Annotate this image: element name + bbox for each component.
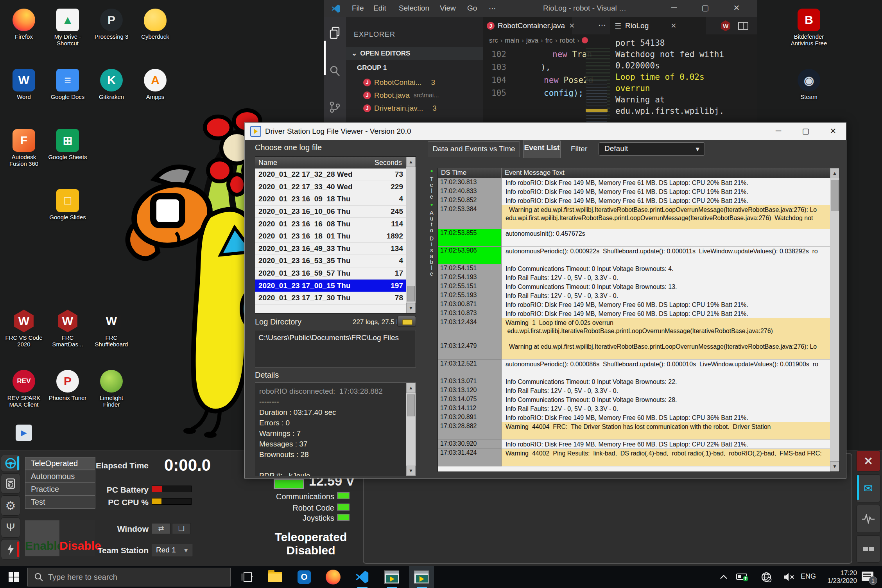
scroll-up-icon[interactable]: ▲ <box>406 383 416 393</box>
tab-close-icon[interactable]: ✕ <box>670 22 676 30</box>
vscode-maximize-button[interactable]: ▢ <box>699 3 711 13</box>
vscode-menu-item[interactable]: Go <box>467 4 477 13</box>
window-float-button[interactable]: ❏ <box>172 523 191 534</box>
search-input[interactable] <box>48 573 220 582</box>
breadcrumb[interactable]: src›main›java›frc›robot› <box>483 34 610 48</box>
wpilib-icon[interactable]: W <box>720 20 731 31</box>
source-control-icon[interactable] <box>329 101 341 113</box>
log-file-row[interactable]: 2020_01_23 16_16_08 Thu 114 <box>255 218 406 230</box>
taskbar-clock[interactable]: 17:20 1/23/2020 <box>820 569 857 585</box>
battery-tray-button[interactable] <box>732 566 754 588</box>
window-dock-button[interactable]: ⇄ <box>152 523 170 534</box>
event-row[interactable]: 17:03:14.112 Info Rail Faults: 12V - 0, … <box>438 404 830 413</box>
messages-tab-button[interactable]: ✉ <box>856 474 880 502</box>
open-editors-header[interactable]: ⌄OPEN EDITORS <box>346 47 483 60</box>
browse-folder-button[interactable] <box>397 316 416 327</box>
enable-button[interactable]: Enable <box>25 520 59 556</box>
scroll-thumb[interactable] <box>407 394 415 416</box>
setup-tab-button[interactable]: ⚙ <box>1 495 20 516</box>
desktop-icon[interactable]: ▶ <box>3 425 45 443</box>
desktop-icon[interactable]: K Gitkraken <box>91 69 132 100</box>
log-file-row[interactable]: 2020_01_22 17_32_28 Wed 73 <box>255 169 406 181</box>
start-button[interactable] <box>0 566 27 588</box>
scroll-thumb[interactable] <box>831 180 839 211</box>
event-row[interactable]: 17:03:12.434 Warning 1 Loop time of 0.02… <box>438 318 830 342</box>
tab-data-events[interactable]: Data and Events vs Time <box>428 141 520 157</box>
log-file-row[interactable]: 2020_01_22 17_33_40 Wed 229 <box>255 181 406 194</box>
event-row[interactable]: 17:03:12.479 Warning at edu.wpi.first.wp… <box>438 342 830 360</box>
event-row[interactable]: 17:03:14.075 Info Communications Timeout… <box>438 395 830 404</box>
log-file-row[interactable]: 2020_01_23 17_00_15 Thu 197 <box>255 280 406 292</box>
desktop-icon[interactable]: P Processing 3 <box>91 9 132 40</box>
scroll-thumb[interactable] <box>407 286 415 301</box>
event-row[interactable]: 17:03:30.920 Info roboRIO: Disk Free 149… <box>438 440 830 449</box>
desktop-icon[interactable]: Limelight Finder <box>91 370 132 408</box>
split-editor-icon[interactable] <box>738 22 748 30</box>
log-file-row[interactable]: 2020_01_23 17_17_30 Thu 78 <box>255 292 406 305</box>
event-row[interactable]: 17:03:00.871 Info roboRIO: Disk Free 149… <box>438 300 830 309</box>
mode-option[interactable]: Autonomous <box>25 470 95 483</box>
vscode-menu-item[interactable]: View <box>440 4 456 13</box>
taskbar-search[interactable] <box>27 568 231 586</box>
vscode-menu-item[interactable]: Edit <box>373 4 386 13</box>
event-scrollbar[interactable]: ▲ ▼ <box>830 168 839 471</box>
event-row[interactable]: 17:02:30.813 Info roboRIO: Disk Free 149… <box>438 178 830 187</box>
file-explorer-button[interactable] <box>263 566 288 588</box>
driver-station-button[interactable] <box>379 566 404 588</box>
scroll-up-icon[interactable]: ▲ <box>830 168 839 178</box>
log-file-row[interactable]: 2020_01_23 16_10_06 Thu 245 <box>255 206 406 218</box>
scroll-down-icon[interactable]: ▼ <box>830 461 839 471</box>
tab-robotcontainer[interactable]: J RobotContainer.java ✕ <box>483 17 572 34</box>
maximize-button[interactable]: ▢ <box>799 126 812 136</box>
event-row[interactable]: 17:02:53.384 Warning at edu.wpi.first.wp… <box>438 205 830 229</box>
log-directory-path[interactable]: C:\Users\Public\Documents\FRC\Log Files <box>255 330 416 368</box>
console-close-button[interactable]: ✕ <box>856 450 880 471</box>
close-button[interactable]: ✕ <box>826 126 840 136</box>
task-view-button[interactable] <box>235 566 260 588</box>
log-viewer-titlebar[interactable]: Driver Station Log File Viewer - Version… <box>245 123 846 140</box>
desktop-icon[interactable]: ◉ Steam <box>788 69 830 100</box>
event-row[interactable]: 17:02:54.193 Info Rail Faults: 12V - 0, … <box>438 273 830 282</box>
desktop-icon[interactable]: ▲ My Drive - Shortcut <box>47 9 88 47</box>
usb-tab-button[interactable]: Ψ <box>1 517 20 538</box>
both-view-button[interactable] <box>856 535 880 563</box>
desktop-icon[interactable]: W FRC SmartDas... <box>47 310 88 348</box>
diagnostics-tab-button[interactable] <box>1 473 20 494</box>
volume-tray-button[interactable] <box>778 566 800 588</box>
desktop-icon[interactable]: REV REV SPARK MAX Client <box>3 370 45 408</box>
event-row[interactable]: 17:03:20.891 Info roboRIO: Disk Free 149… <box>438 413 830 422</box>
desktop-icon[interactable]: ⊞ Google Sheets <box>47 129 88 160</box>
event-row[interactable]: 17:03:13.071 Info Communications Timeout… <box>438 377 830 386</box>
log-viewer-button[interactable] <box>409 566 434 588</box>
search-icon[interactable] <box>329 65 341 77</box>
firefox-button[interactable] <box>321 566 346 588</box>
log-list-header[interactable]: Name Seconds <box>255 157 406 169</box>
open-editor-item[interactable]: J RobotContai... 3 <box>346 76 483 89</box>
log-file-row[interactable]: 2020_01_23 16_09_18 Thu 4 <box>255 193 406 206</box>
event-row[interactable]: 17:02:55.151 Info Communications Timeout… <box>438 282 830 291</box>
event-row[interactable]: 17:03:12.521 autonomousPeriodic(): 0.000… <box>438 360 830 377</box>
open-editor-item[interactable]: J Drivetrain.jav... 3 <box>346 102 483 115</box>
log-list-scrollbar[interactable]: ▲ ▼ <box>406 157 416 313</box>
open-editor-item[interactable]: J Robot.java src\mai... <box>346 89 483 102</box>
scroll-up-icon[interactable]: ▲ <box>406 157 416 167</box>
event-row[interactable]: 17:02:40.833 Info roboRIO: Disk Free 149… <box>438 187 830 196</box>
event-table-header[interactable]: DS Time Event Message Text <box>438 168 830 178</box>
event-row[interactable]: 17:03:28.882 Warning 44004 FRC: The Driv… <box>438 422 830 440</box>
language-indicator[interactable]: ENG <box>801 572 816 581</box>
files-icon[interactable] <box>329 27 341 40</box>
event-row[interactable]: 17:02:53.906 autonomousPeriodic(): 0.000… <box>438 247 830 264</box>
event-row[interactable]: 17:02:53.855 autonomousInit(): 0.457672s <box>438 229 830 247</box>
desktop-icon[interactable]: ≡ Google Docs <box>47 69 88 100</box>
mode-option[interactable]: Test <box>25 496 95 509</box>
desktop-icon[interactable]: Firefox <box>3 9 45 40</box>
minimize-button[interactable]: ─ <box>772 126 785 135</box>
desktop-icon[interactable]: □ Google Slides <box>47 189 88 220</box>
event-row[interactable]: 17:03:31.424 Warning 44002 Ping Results:… <box>438 449 830 466</box>
log-file-row[interactable]: 2020_01_23 16_49_33 Thu 134 <box>255 243 406 255</box>
event-row[interactable]: 17:02:50.852 Info roboRIO: Disk Free 149… <box>438 196 830 205</box>
network-tray-button[interactable] <box>755 566 777 588</box>
desktop-icon[interactable]: P Phoenix Tuner <box>47 370 88 401</box>
details-scrollbar[interactable]: ▲ ▼ <box>406 383 416 476</box>
desktop-icon[interactable]: Cyberduck <box>134 9 176 40</box>
